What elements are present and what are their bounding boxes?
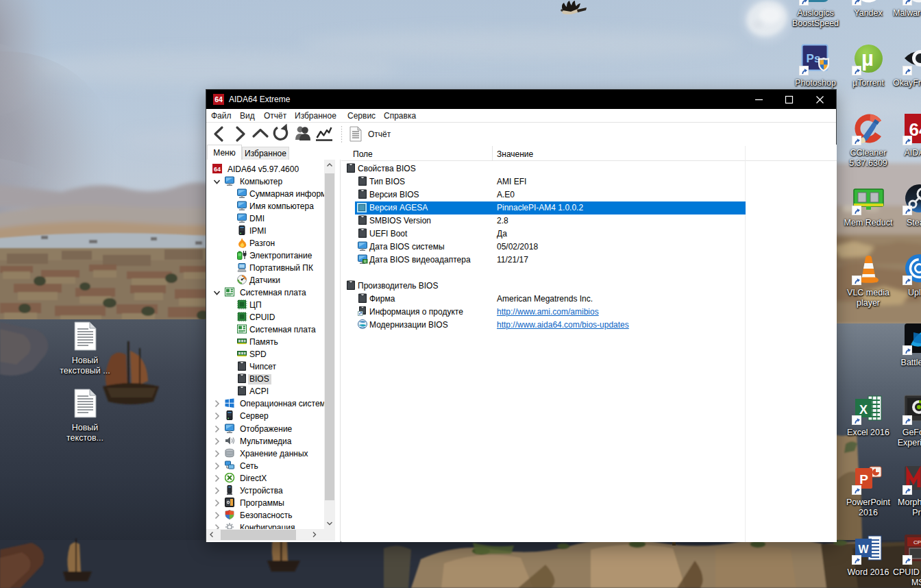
svg-text:W: W <box>858 543 869 555</box>
svg-text:P: P <box>859 472 868 487</box>
svg-text:µ: µ <box>861 47 874 71</box>
svg-text:X: X <box>859 403 867 417</box>
svg-text:Отчёт: Отчёт <box>368 130 391 139</box>
svg-text:CPU: CPU <box>913 539 921 546</box>
